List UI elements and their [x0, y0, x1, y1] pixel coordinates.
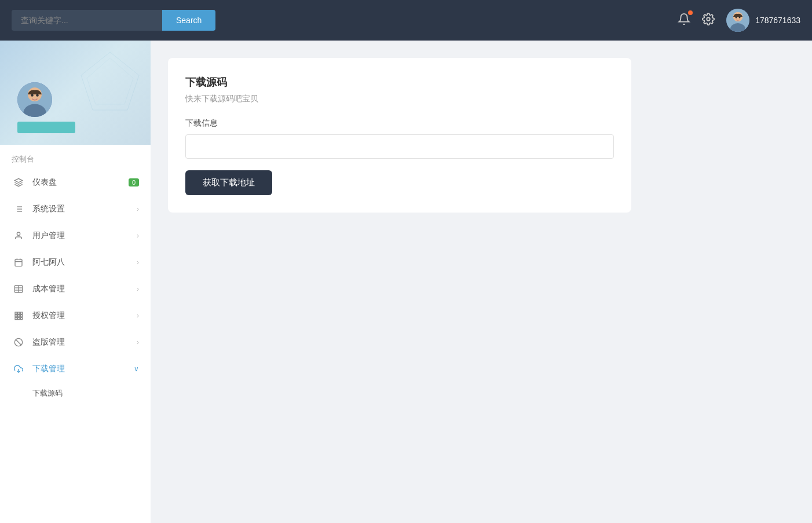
svg-rect-36 — [18, 317, 20, 319]
dashboard-icon — [12, 178, 25, 187]
sidebar-item-cost-management-label: 成本管理 — [32, 284, 137, 294]
card-subtitle: 快来下载源码吧宝贝 — [185, 94, 614, 104]
search-section: Search — [12, 10, 678, 31]
sidebar-item-a7a8[interactable]: 阿七阿八 › — [0, 249, 151, 276]
svg-rect-21 — [15, 259, 22, 266]
sidebar-item-dashboard-label: 仪表盘 — [32, 177, 129, 188]
svg-rect-33 — [18, 315, 20, 317]
user-icon — [12, 231, 25, 240]
sidebar-item-auth-management-label: 授权管理 — [32, 310, 137, 321]
svg-rect-31 — [20, 312, 22, 314]
header: Search — [0, 0, 812, 41]
svg-rect-29 — [15, 312, 17, 314]
header-avatar — [726, 9, 749, 32]
svg-rect-30 — [18, 312, 20, 314]
sidebar-item-user-management-label: 用户管理 — [32, 231, 137, 241]
form-label: 下载信息 — [185, 118, 614, 129]
cloud-icon — [12, 364, 25, 374]
sidebar-item-system-settings[interactable]: 系统设置 › — [0, 196, 151, 222]
settings-icon[interactable] — [702, 13, 715, 28]
sidebar-item-user-management[interactable]: 用户管理 › — [0, 222, 151, 249]
chevron-right-icon-6: › — [137, 338, 139, 346]
search-button[interactable]: Search — [162, 10, 215, 31]
main-content: 下载源码 快来下载源码吧宝贝 下载信息 获取下载地址 — [151, 41, 812, 523]
block-icon — [12, 338, 25, 347]
sidebar-item-auth-management[interactable]: 授权管理 › — [0, 302, 151, 329]
svg-line-39 — [16, 339, 21, 345]
svg-point-6 — [739, 17, 741, 19]
svg-point-0 — [707, 17, 710, 21]
sidebar-subitem-download-source-label: 下载源码 — [32, 388, 63, 398]
sidebar-item-dashboard[interactable]: 仪表盘 0 — [0, 169, 151, 196]
content-card: 下载源码 快来下载源码吧宝贝 下载信息 获取下载地址 — [168, 58, 631, 213]
svg-rect-37 — [20, 317, 22, 319]
sidebar: 控制台 仪表盘 0 — [0, 41, 151, 523]
header-right: 1787671633 — [678, 9, 800, 32]
notification-badge — [688, 10, 693, 15]
main-layout: 控制台 仪表盘 0 — [0, 41, 812, 523]
cost-icon — [12, 284, 25, 294]
svg-point-5 — [736, 17, 737, 19]
profile-name-bar — [17, 122, 75, 133]
sidebar-item-download-management-label: 下载管理 — [32, 364, 134, 374]
sidebar-profile — [0, 41, 151, 145]
chevron-right-icon-2: › — [137, 232, 139, 240]
sidebar-section-title: 控制台 — [0, 145, 151, 169]
sidebar-avatar — [17, 82, 52, 117]
sidebar-item-piracy-management[interactable]: 盗版管理 › — [0, 329, 151, 356]
sidebar-item-piracy-management-label: 盗版管理 — [32, 337, 137, 348]
calendar-icon — [12, 258, 25, 267]
list-icon — [12, 204, 25, 214]
svg-rect-35 — [15, 317, 17, 319]
svg-point-20 — [17, 232, 20, 235]
download-info-input[interactable] — [185, 134, 614, 159]
svg-rect-32 — [15, 315, 17, 317]
chevron-right-icon: › — [137, 205, 139, 213]
chevron-right-icon-3: › — [137, 258, 139, 266]
svg-rect-34 — [20, 315, 22, 317]
grid-icon — [12, 311, 25, 320]
sidebar-subitem-download-source[interactable]: 下载源码 — [0, 382, 151, 404]
notification-bell[interactable] — [678, 13, 690, 28]
search-input[interactable] — [12, 10, 162, 31]
chevron-right-icon-4: › — [137, 285, 139, 293]
svg-point-13 — [36, 94, 39, 97]
sidebar-item-a7a8-label: 阿七阿八 — [32, 257, 137, 268]
card-title: 下载源码 — [185, 75, 614, 89]
chevron-right-icon-5: › — [137, 312, 139, 320]
username-label: 1787671633 — [755, 16, 800, 25]
sidebar-item-download-management[interactable]: 下载管理 ∨ — [0, 356, 151, 382]
svg-marker-7 — [81, 52, 139, 110]
sidebar-item-cost-management[interactable]: 成本管理 › — [0, 276, 151, 302]
sidebar-item-system-settings-label: 系统设置 — [32, 204, 137, 214]
svg-point-12 — [31, 94, 34, 97]
chevron-down-icon: ∨ — [134, 365, 139, 373]
user-profile[interactable]: 1787671633 — [726, 9, 800, 32]
get-download-button[interactable]: 获取下载地址 — [185, 170, 272, 195]
dashboard-badge: 0 — [129, 178, 139, 186]
